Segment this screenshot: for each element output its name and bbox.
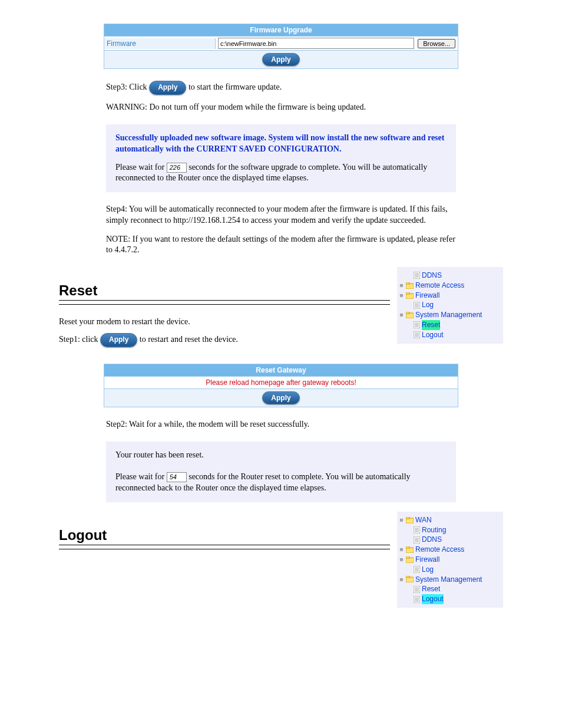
tree-item-label: Reset: [422, 584, 440, 594]
tree-item-log[interactable]: Log: [398, 565, 501, 575]
step4-line1: Step4: You will be automatically reconne…: [106, 204, 456, 225]
folder-icon: [406, 546, 414, 553]
firmware-upgrade-panel: Firmware Upgrade Firmware Browse... Appl…: [104, 24, 458, 69]
tree-item-remote-access[interactable]: ⊞Remote Access: [398, 281, 501, 291]
document-icon: [414, 526, 420, 533]
expand-icon[interactable]: ⊞: [398, 311, 405, 319]
tree-item-label: Log: [422, 300, 434, 310]
svg-rect-54: [414, 596, 420, 603]
tree-item-logout[interactable]: Logout: [398, 330, 501, 340]
tree-item-label: DDNS: [422, 535, 442, 545]
apply-row: Apply: [104, 50, 458, 68]
firmware-input-cell: Browse...: [216, 37, 458, 50]
reset-step2: Step2: Wait for a while, the modem will …: [106, 419, 456, 430]
divider: [59, 304, 390, 305]
svg-rect-16: [414, 321, 420, 328]
tree-item-wan[interactable]: ⊞WAN: [398, 515, 501, 525]
panel-title: Reset Gateway: [104, 364, 458, 376]
expand-icon[interactable]: ⊞: [398, 282, 405, 289]
svg-rect-33: [414, 536, 420, 543]
tree-item-label: DDNS: [422, 271, 442, 281]
nav-tree-logout: ⊞WANRoutingDDNS⊞Remote Access⊞FirewallLo…: [397, 512, 503, 608]
panel-title: Firmware Upgrade: [104, 24, 458, 36]
reset-headline: Your router has been reset.: [115, 450, 447, 461]
step3-pre: Step3: Click: [106, 83, 149, 91]
step3-text: Step3: Click Apply to start the firmware…: [106, 81, 456, 113]
tree-item-label: Reset: [422, 320, 440, 330]
tree-item-remote-access[interactable]: ⊞Remote Access: [398, 545, 501, 555]
svg-rect-41: [406, 556, 409, 558]
tree-item-firewall[interactable]: ⊞Firewall: [398, 555, 501, 565]
upload-wait-line: Please wait for 226 seconds for the soft…: [115, 162, 447, 185]
step3-post: to start the firmware update.: [189, 83, 282, 91]
expand-icon[interactable]: ⊞: [398, 292, 405, 299]
reset-gateway-panel: Reset Gateway Please reload homepage aft…: [104, 364, 458, 407]
step4-text: Step4: You will be automatically reconne…: [106, 204, 456, 255]
tree-item-label: Logout: [422, 594, 444, 604]
folder-icon: [406, 576, 414, 582]
document-icon: [414, 321, 420, 328]
document-icon: [414, 272, 420, 279]
folder-icon: [406, 517, 414, 523]
reset-heading: Reset: [59, 279, 390, 301]
tree-item-ddns[interactable]: DDNS: [398, 271, 501, 281]
tree-item-system-management[interactable]: ⊞System Management: [398, 310, 501, 320]
apply-button[interactable]: Apply: [262, 391, 299, 404]
tree-item-label: Log: [422, 565, 434, 575]
firmware-file-input[interactable]: [218, 38, 414, 49]
svg-rect-9: [414, 302, 420, 309]
browse-button[interactable]: Browse...: [418, 39, 455, 48]
apply-button-inline-reset[interactable]: Apply: [100, 333, 137, 347]
tree-item-label: System Management: [415, 310, 482, 320]
reset-step1: Step1: click Apply to restart and reset …: [59, 333, 390, 347]
firmware-row: Firmware Browse...: [104, 36, 458, 50]
folder-icon: [406, 292, 414, 299]
tree-item-routing[interactable]: Routing: [398, 525, 501, 535]
step3-warning: WARNING: Do not turn off your modem whil…: [106, 102, 456, 113]
tree-item-label: Remote Access: [415, 281, 464, 291]
svg-rect-8: [406, 292, 409, 294]
expand-icon[interactable]: ⊞: [398, 576, 405, 584]
tree-item-reset[interactable]: Reset: [398, 584, 501, 594]
expand-icon[interactable]: ⊞: [398, 516, 405, 524]
tree-item-label: System Management: [415, 575, 482, 585]
apply-button-inline[interactable]: Apply: [149, 81, 186, 95]
tree-item-firewall[interactable]: ⊞Firewall: [398, 291, 501, 301]
document-icon: [414, 536, 420, 543]
tree-item-label: Firewall: [415, 291, 439, 301]
expand-icon[interactable]: ⊞: [398, 556, 405, 564]
document-icon: [414, 596, 420, 603]
document-icon: [414, 331, 420, 338]
document-icon: [414, 586, 420, 593]
folder-icon: [406, 556, 414, 563]
expand-icon[interactable]: ⊞: [398, 546, 405, 554]
svg-rect-49: [414, 586, 420, 593]
tree-item-logout[interactable]: Logout: [398, 594, 501, 604]
document-icon: [414, 566, 420, 573]
svg-rect-42: [414, 566, 420, 573]
svg-rect-39: [406, 546, 409, 548]
tree-item-ddns[interactable]: DDNS: [398, 535, 501, 545]
tree-item-log[interactable]: Log: [398, 300, 501, 310]
reset-notice: Your router has been reset. Please wait …: [106, 442, 456, 502]
folder-icon: [406, 312, 414, 318]
svg-rect-0: [414, 272, 420, 279]
divider: [59, 549, 390, 549]
tree-item-label: Remote Access: [415, 545, 464, 555]
firmware-label: Firmware: [104, 38, 216, 49]
reset-panel-msg: Please reload homepage after gateway reb…: [104, 376, 458, 388]
tree-item-system-management[interactable]: ⊞System Management: [398, 575, 501, 585]
apply-button[interactable]: Apply: [262, 53, 299, 66]
svg-rect-15: [406, 312, 409, 314]
svg-rect-27: [406, 517, 409, 519]
tree-item-label: Routing: [422, 525, 446, 535]
reset-desc: Reset your modem to restart the device.: [59, 317, 390, 327]
step4-note: NOTE: If you want to restore the default…: [106, 234, 456, 255]
nav-tree-reset: DDNS⊞Remote Access⊞FirewallLog⊞System Ma…: [397, 267, 503, 344]
svg-rect-28: [414, 526, 420, 533]
countdown-field: 54: [167, 472, 187, 482]
folder-icon: [406, 282, 414, 289]
tree-item-reset[interactable]: Reset: [398, 320, 501, 330]
countdown-field: 226: [167, 163, 187, 173]
document-icon: [414, 302, 420, 309]
